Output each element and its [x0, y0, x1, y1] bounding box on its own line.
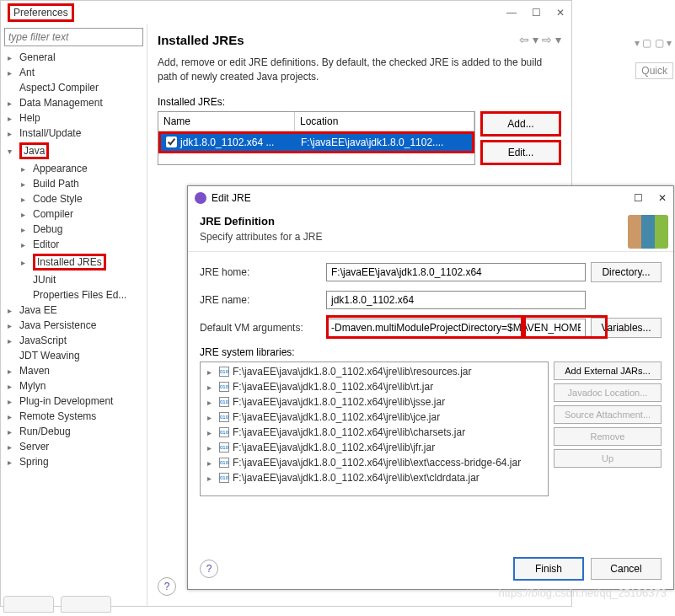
- jar-icon: [219, 367, 229, 377]
- system-libs-list[interactable]: ▸F:\javaEE\java\jdk1.8.0_1102.x64\jre\li…: [200, 362, 549, 496]
- add-button[interactable]: Add...: [480, 111, 561, 137]
- tree-item-java-codestyle[interactable]: ▸Code Style: [4, 191, 143, 206]
- tree-item-javaee[interactable]: ▸Java EE: [4, 303, 143, 318]
- edit-jre-title: Edit JRE: [212, 192, 251, 204]
- jre-definition-desc: Specify attributes for a JRE: [200, 231, 662, 243]
- minimize-icon[interactable]: —: [506, 7, 517, 19]
- tree-item-jdt[interactable]: JDT Weaving: [4, 348, 143, 363]
- bottom-tab[interactable]: [61, 596, 111, 613]
- background-toolbar-icons: ▾ ▢ ▢ ▾: [635, 37, 672, 49]
- tree-item-java-installed-jres[interactable]: ▸Installed JREs: [4, 252, 143, 272]
- list-item[interactable]: ▸F:\javaEE\java\jdk1.8.0_1102.x64\jre\li…: [202, 470, 546, 485]
- tree-item-aspectj[interactable]: AspectJ Compiler: [4, 80, 143, 95]
- list-item[interactable]: ▸F:\javaEE\java\jdk1.8.0_1102.x64\jre\li…: [202, 379, 546, 394]
- tree-item-java-propfiles[interactable]: Properties Files Ed...: [4, 287, 143, 303]
- filter-input[interactable]: [4, 28, 143, 46]
- list-item[interactable]: ▸F:\javaEE\java\jdk1.8.0_1102.x64\jre\li…: [202, 364, 546, 379]
- close-icon[interactable]: ✕: [658, 192, 667, 204]
- jre-name-cell: jdk1.8.0_1102.x64 ...: [180, 137, 274, 148]
- edit-jre-header: JRE Definition Specify attributes for a …: [188, 210, 673, 252]
- edit-button[interactable]: Edit...: [480, 140, 561, 165]
- tree-item-java-appearance[interactable]: ▸Appearance: [4, 161, 143, 176]
- tree-item-java-junit[interactable]: JUnit: [4, 272, 143, 287]
- tree-item-java[interactable]: ▾Java: [4, 141, 143, 161]
- table-row[interactable]: jdk1.8.0_1102.x64 ... F:\javaEE\java\jdk…: [158, 131, 474, 153]
- list-item[interactable]: ▸F:\javaEE\java\jdk1.8.0_1102.x64\jre\li…: [202, 425, 546, 440]
- jre-default-checkbox[interactable]: [166, 137, 177, 147]
- page-title: Installed JREs: [158, 33, 561, 47]
- watermark-text: https://blog.csdn.net/qq_25106373: [499, 587, 667, 599]
- tree-item-remote[interactable]: ▸Remote Systems: [4, 409, 143, 424]
- close-icon[interactable]: ✕: [556, 7, 565, 19]
- preferences-titlebar[interactable]: Preferences — ☐ ✕: [1, 1, 571, 24]
- tree-item-maven[interactable]: ▸Maven: [4, 363, 143, 378]
- directory-button[interactable]: Directory...: [591, 262, 662, 282]
- nav-history-icons[interactable]: ⇦ ▾ ⇨ ▾: [519, 33, 561, 46]
- tree-item-install[interactable]: ▸Install/Update: [4, 126, 143, 141]
- variables-button[interactable]: Variables...: [591, 318, 662, 338]
- list-item[interactable]: ▸F:\javaEE\java\jdk1.8.0_1102.x64\jre\li…: [202, 455, 546, 470]
- list-item[interactable]: ▸F:\javaEE\java\jdk1.8.0_1102.x64\jre\li…: [202, 440, 546, 455]
- tree-item-java-buildpath[interactable]: ▸Build Path: [4, 176, 143, 191]
- tree-item-javapersist[interactable]: ▸Java Persistence: [4, 318, 143, 333]
- bottom-tab[interactable]: [3, 596, 54, 613]
- jar-icon: [219, 473, 229, 483]
- jre-name-input[interactable]: [326, 291, 586, 309]
- system-libs-label: JRE system libraries:: [200, 346, 662, 358]
- jar-icon: [219, 427, 229, 437]
- edit-jre-titlebar[interactable]: Edit JRE ☐ ✕: [188, 186, 673, 210]
- page-description: Add, remove or edit JRE definitions. By …: [158, 56, 561, 84]
- help-icon[interactable]: ?: [200, 560, 218, 578]
- preferences-tree-pane: ▸General ▸Ant AspectJ Compiler ▸Data Man…: [1, 24, 147, 606]
- remove-button[interactable]: Remove: [554, 427, 662, 446]
- jar-icon: [219, 397, 229, 407]
- vm-args-label: Default VM arguments:: [200, 322, 321, 334]
- vm-args-input[interactable]: [326, 319, 586, 337]
- jar-icon: [219, 382, 229, 392]
- maximize-icon[interactable]: ☐: [634, 192, 643, 204]
- tree-item-general[interactable]: ▸General: [4, 50, 143, 65]
- tree-item-plugin[interactable]: ▸Plug-in Development: [4, 394, 143, 409]
- jar-icon: [219, 412, 229, 422]
- tree-item-help[interactable]: ▸Help: [4, 110, 143, 126]
- edit-jre-dialog: Edit JRE ☐ ✕ JRE Definition Specify attr…: [187, 185, 674, 590]
- jre-name-label: JRE name:: [200, 294, 321, 306]
- javadoc-location-button[interactable]: Javadoc Location...: [554, 383, 662, 402]
- jre-definition-title: JRE Definition: [200, 215, 662, 228]
- tree-item-server[interactable]: ▸Server: [4, 439, 143, 454]
- jre-home-input[interactable]: [326, 263, 586, 281]
- installed-jres-label: Installed JREs:: [158, 96, 561, 108]
- eclipse-icon: [195, 192, 206, 204]
- jar-icon: [219, 458, 229, 468]
- maximize-icon[interactable]: ☐: [532, 7, 541, 19]
- books-icon: [628, 215, 668, 249]
- tree-item-javascript[interactable]: ▸JavaScript: [4, 333, 143, 348]
- tree-item-datamgmt[interactable]: ▸Data Management: [4, 95, 143, 110]
- installed-jres-table[interactable]: Name Location jdk1.8.0_1102.x64 ... F:\j…: [158, 111, 475, 165]
- tree-item-rundebug[interactable]: ▸Run/Debug: [4, 424, 143, 439]
- tree-item-java-compiler[interactable]: ▸Compiler: [4, 206, 143, 222]
- help-icon[interactable]: ?: [158, 577, 176, 596]
- tree-item-spring[interactable]: ▸Spring: [4, 454, 143, 469]
- finish-button[interactable]: Finish: [513, 557, 584, 581]
- tree-item-java-debug[interactable]: ▸Debug: [4, 222, 143, 237]
- cancel-button[interactable]: Cancel: [591, 558, 662, 580]
- list-item[interactable]: ▸F:\javaEE\java\jdk1.8.0_1102.x64\jre\li…: [202, 410, 546, 425]
- col-header-name[interactable]: Name: [158, 112, 295, 131]
- jre-home-label: JRE home:: [200, 266, 321, 278]
- jre-location-cell: F:\javaEE\java\jdk1.8.0_1102....: [296, 134, 472, 151]
- source-attachment-button[interactable]: Source Attachment...: [554, 405, 662, 424]
- bottom-tab-strip: [3, 596, 111, 613]
- tree-item-mylyn[interactable]: ▸Mylyn: [4, 378, 143, 394]
- quick-access-hint: Quick: [635, 62, 673, 79]
- col-header-location[interactable]: Location: [295, 112, 474, 131]
- jar-icon: [219, 442, 229, 453]
- tree-item-ant[interactable]: ▸Ant: [4, 65, 143, 80]
- tree-item-java-editor[interactable]: ▸Editor: [4, 237, 143, 252]
- add-external-jars-button[interactable]: Add External JARs...: [554, 362, 662, 380]
- list-item[interactable]: ▸F:\javaEE\java\jdk1.8.0_1102.x64\jre\li…: [202, 394, 546, 410]
- up-button[interactable]: Up: [554, 449, 662, 468]
- preferences-title: Preferences: [8, 3, 74, 22]
